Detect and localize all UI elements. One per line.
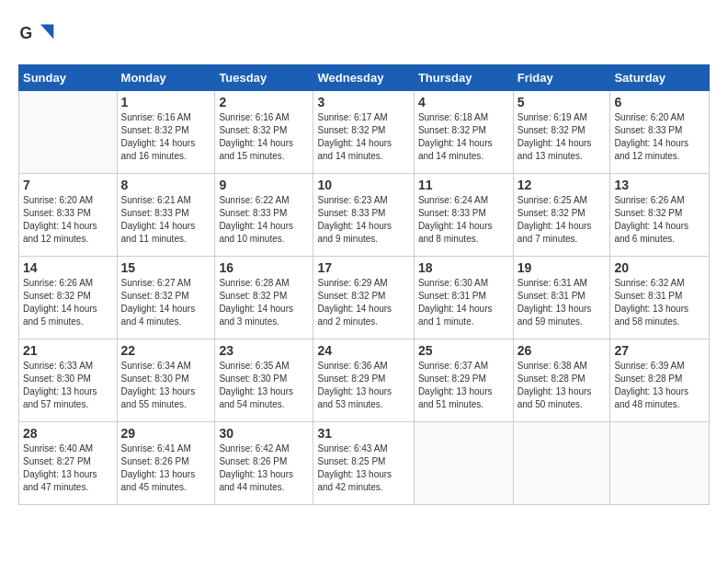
calendar-cell: [513, 422, 610, 505]
calendar-cell: 4Sunrise: 6:18 AM Sunset: 8:32 PM Daylig…: [414, 91, 513, 174]
day-number: 16: [219, 260, 309, 275]
day-info: Sunrise: 6:26 AM Sunset: 8:32 PM Dayligh…: [23, 277, 113, 328]
day-info: Sunrise: 6:31 AM Sunset: 8:31 PM Dayligh…: [518, 277, 607, 328]
weekday-header-sunday: Sunday: [19, 65, 118, 91]
logo-icon: G: [18, 18, 55, 55]
calendar-cell: 24Sunrise: 6:36 AM Sunset: 8:29 PM Dayli…: [313, 339, 414, 422]
day-info: Sunrise: 6:23 AM Sunset: 8:33 PM Dayligh…: [317, 194, 409, 246]
calendar-week-4: 21Sunrise: 6:33 AM Sunset: 8:30 PM Dayli…: [19, 339, 710, 422]
day-number: 11: [418, 178, 509, 192]
day-info: Sunrise: 6:18 AM Sunset: 8:32 PM Dayligh…: [418, 111, 509, 163]
day-number: 28: [23, 426, 113, 441]
day-number: 13: [614, 178, 705, 192]
calendar-cell: 5Sunrise: 6:19 AM Sunset: 8:32 PM Daylig…: [513, 91, 610, 174]
day-info: Sunrise: 6:17 AM Sunset: 8:32 PM Dayligh…: [317, 111, 409, 163]
calendar-cell: 2Sunrise: 6:16 AM Sunset: 8:32 PM Daylig…: [215, 91, 313, 174]
day-info: Sunrise: 6:37 AM Sunset: 8:29 PM Dayligh…: [418, 360, 509, 411]
day-info: Sunrise: 6:22 AM Sunset: 8:33 PM Dayligh…: [219, 194, 309, 246]
day-number: 21: [23, 343, 113, 358]
calendar-cell: 29Sunrise: 6:41 AM Sunset: 8:26 PM Dayli…: [117, 422, 215, 505]
day-number: 25: [418, 343, 509, 358]
weekday-header-friday: Friday: [513, 65, 610, 91]
calendar-cell: 6Sunrise: 6:20 AM Sunset: 8:33 PM Daylig…: [610, 91, 710, 174]
day-info: Sunrise: 6:39 AM Sunset: 8:28 PM Dayligh…: [614, 360, 705, 411]
day-info: Sunrise: 6:16 AM Sunset: 8:32 PM Dayligh…: [219, 111, 309, 163]
calendar-cell: 3Sunrise: 6:17 AM Sunset: 8:32 PM Daylig…: [313, 91, 414, 174]
calendar-cell: [19, 91, 118, 174]
day-number: 20: [614, 260, 705, 275]
page-header: G: [18, 18, 710, 55]
day-number: 12: [518, 178, 607, 192]
calendar-cell: 18Sunrise: 6:30 AM Sunset: 8:31 PM Dayli…: [414, 257, 513, 339]
day-number: 10: [317, 178, 409, 192]
calendar-cell: 13Sunrise: 6:26 AM Sunset: 8:32 PM Dayli…: [610, 174, 710, 257]
day-info: Sunrise: 6:38 AM Sunset: 8:28 PM Dayligh…: [518, 360, 607, 411]
day-info: Sunrise: 6:27 AM Sunset: 8:32 PM Dayligh…: [121, 277, 211, 328]
day-info: Sunrise: 6:40 AM Sunset: 8:27 PM Dayligh…: [23, 442, 113, 494]
day-info: Sunrise: 6:34 AM Sunset: 8:30 PM Dayligh…: [121, 360, 211, 411]
calendar-cell: 27Sunrise: 6:39 AM Sunset: 8:28 PM Dayli…: [610, 339, 710, 422]
calendar-week-2: 7Sunrise: 6:20 AM Sunset: 8:33 PM Daylig…: [19, 174, 710, 257]
calendar-cell: [414, 422, 513, 505]
day-info: Sunrise: 6:42 AM Sunset: 8:26 PM Dayligh…: [219, 442, 309, 494]
weekday-header-wednesday: Wednesday: [313, 65, 414, 91]
calendar-cell: 25Sunrise: 6:37 AM Sunset: 8:29 PM Dayli…: [414, 339, 513, 422]
weekday-header-thursday: Thursday: [414, 65, 513, 91]
calendar-cell: 16Sunrise: 6:28 AM Sunset: 8:32 PM Dayli…: [215, 257, 313, 339]
day-info: Sunrise: 6:30 AM Sunset: 8:31 PM Dayligh…: [418, 277, 509, 328]
day-number: 4: [418, 95, 509, 109]
calendar-cell: 1Sunrise: 6:16 AM Sunset: 8:32 PM Daylig…: [117, 91, 215, 174]
day-number: 30: [219, 426, 309, 441]
calendar-cell: 10Sunrise: 6:23 AM Sunset: 8:33 PM Dayli…: [313, 174, 414, 257]
calendar-cell: 15Sunrise: 6:27 AM Sunset: 8:32 PM Dayli…: [117, 257, 215, 339]
day-info: Sunrise: 6:36 AM Sunset: 8:29 PM Dayligh…: [317, 360, 409, 411]
calendar-cell: 19Sunrise: 6:31 AM Sunset: 8:31 PM Dayli…: [513, 257, 610, 339]
day-info: Sunrise: 6:16 AM Sunset: 8:32 PM Dayligh…: [121, 111, 211, 163]
day-number: 6: [614, 95, 705, 109]
calendar-cell: 7Sunrise: 6:20 AM Sunset: 8:33 PM Daylig…: [19, 174, 118, 257]
day-info: Sunrise: 6:28 AM Sunset: 8:32 PM Dayligh…: [219, 277, 309, 328]
svg-text:G: G: [20, 24, 33, 42]
day-number: 27: [614, 343, 705, 358]
day-info: Sunrise: 6:32 AM Sunset: 8:31 PM Dayligh…: [614, 277, 705, 328]
calendar-cell: 17Sunrise: 6:29 AM Sunset: 8:32 PM Dayli…: [313, 257, 414, 339]
day-info: Sunrise: 6:25 AM Sunset: 8:32 PM Dayligh…: [518, 194, 607, 246]
day-number: 7: [23, 178, 113, 192]
calendar-cell: 8Sunrise: 6:21 AM Sunset: 8:33 PM Daylig…: [117, 174, 215, 257]
day-info: Sunrise: 6:21 AM Sunset: 8:33 PM Dayligh…: [121, 194, 211, 246]
calendar-header-row: SundayMondayTuesdayWednesdayThursdayFrid…: [19, 65, 710, 91]
day-info: Sunrise: 6:20 AM Sunset: 8:33 PM Dayligh…: [23, 194, 113, 246]
day-info: Sunrise: 6:35 AM Sunset: 8:30 PM Dayligh…: [219, 360, 309, 411]
day-number: 9: [219, 178, 309, 192]
calendar-cell: 12Sunrise: 6:25 AM Sunset: 8:32 PM Dayli…: [513, 174, 610, 257]
day-number: 23: [219, 343, 309, 358]
svg-marker-1: [40, 24, 53, 39]
day-number: 24: [317, 343, 409, 358]
calendar-cell: 9Sunrise: 6:22 AM Sunset: 8:33 PM Daylig…: [215, 174, 313, 257]
day-info: Sunrise: 6:24 AM Sunset: 8:33 PM Dayligh…: [418, 194, 509, 246]
calendar-cell: 11Sunrise: 6:24 AM Sunset: 8:33 PM Dayli…: [414, 174, 513, 257]
calendar-cell: 30Sunrise: 6:42 AM Sunset: 8:26 PM Dayli…: [215, 422, 313, 505]
day-number: 15: [121, 260, 211, 275]
day-info: Sunrise: 6:41 AM Sunset: 8:26 PM Dayligh…: [121, 442, 211, 494]
day-number: 29: [121, 426, 211, 441]
day-number: 5: [518, 95, 607, 109]
calendar-cell: 21Sunrise: 6:33 AM Sunset: 8:30 PM Dayli…: [19, 339, 118, 422]
calendar-table: SundayMondayTuesdayWednesdayThursdayFrid…: [18, 64, 710, 505]
day-number: 17: [317, 260, 409, 275]
weekday-header-monday: Monday: [117, 65, 215, 91]
day-info: Sunrise: 6:19 AM Sunset: 8:32 PM Dayligh…: [518, 111, 607, 163]
day-info: Sunrise: 6:33 AM Sunset: 8:30 PM Dayligh…: [23, 360, 113, 411]
day-number: 26: [518, 343, 607, 358]
calendar-cell: 28Sunrise: 6:40 AM Sunset: 8:27 PM Dayli…: [19, 422, 118, 505]
day-info: Sunrise: 6:43 AM Sunset: 8:25 PM Dayligh…: [317, 442, 409, 494]
day-number: 3: [317, 95, 409, 109]
calendar-week-5: 28Sunrise: 6:40 AM Sunset: 8:27 PM Dayli…: [19, 422, 710, 505]
day-number: 18: [418, 260, 509, 275]
calendar-cell: 14Sunrise: 6:26 AM Sunset: 8:32 PM Dayli…: [19, 257, 118, 339]
day-number: 8: [121, 178, 211, 192]
weekday-header-tuesday: Tuesday: [215, 65, 313, 91]
calendar-cell: [610, 422, 710, 505]
calendar-cell: 23Sunrise: 6:35 AM Sunset: 8:30 PM Dayli…: [215, 339, 313, 422]
day-number: 19: [518, 260, 607, 275]
